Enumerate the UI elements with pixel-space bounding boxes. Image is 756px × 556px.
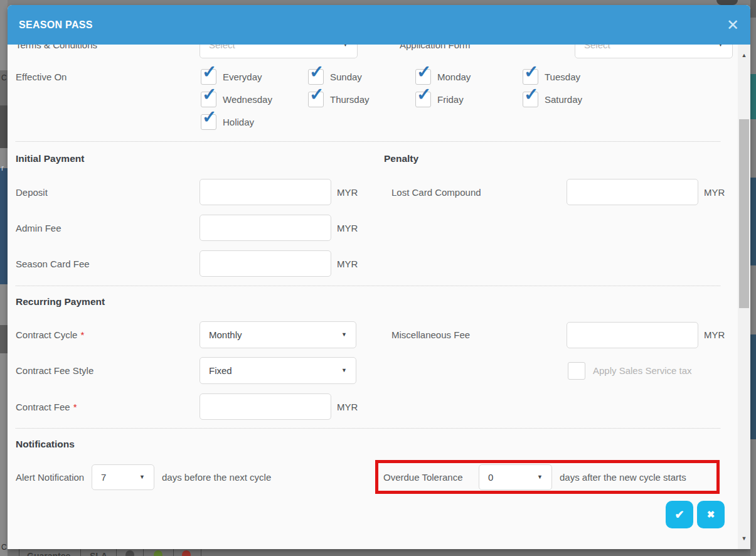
penalty-heading: Penalty: [384, 153, 418, 164]
background-block: [750, 0, 756, 18]
scrollbar[interactable]: ▲ ▼: [738, 45, 750, 549]
contract-fee-style-label: Contract Fee Style: [8, 365, 200, 376]
background-block: [750, 178, 756, 265]
day-label: Everyday: [223, 72, 262, 82]
contract-cycle-label: Contract Cycle*: [8, 329, 200, 340]
check-icon: ✓: [417, 86, 431, 104]
caret-down-icon: ▼: [341, 332, 347, 338]
season-card-fee-label: Season Card Fee: [8, 259, 200, 269]
admin-fee-input[interactable]: [200, 215, 331, 241]
select-value: 7: [101, 472, 106, 483]
cancel-button[interactable]: ✖: [697, 501, 725, 528]
required-asterisk: *: [80, 329, 84, 340]
section-divider: [16, 428, 720, 429]
background-status-icon: [182, 550, 191, 556]
recurring-payment-heading: Recurring Payment: [8, 296, 105, 307]
contract-fee-style-select[interactable]: Fixed ▼: [200, 357, 356, 384]
alert-notification-select[interactable]: 7 ▼: [92, 464, 154, 490]
table-separator: [173, 549, 174, 556]
table-separator: [80, 549, 81, 556]
contract-cycle-select[interactable]: Monthly ▼: [200, 321, 356, 348]
background-block: [0, 168, 8, 284]
season-card-fee-input[interactable]: [200, 250, 331, 277]
day-option-sunday: ✓ Sunday: [308, 69, 415, 85]
miscellaneous-fee-label: Miscellaneous Fee: [384, 329, 567, 340]
terms-conditions-select[interactable]: Select ▼: [200, 45, 358, 58]
apply-sales-service-tax-checkbox[interactable]: ✓: [568, 362, 585, 380]
day-checkbox-holiday[interactable]: ✓: [201, 114, 216, 130]
day-checkbox-tuesday[interactable]: ✓: [523, 69, 538, 85]
day-checkbox-wednesday[interactable]: ✓: [201, 92, 216, 107]
notifications-heading: Notifications: [8, 439, 75, 450]
scrollbar-thumb[interactable]: [739, 119, 749, 308]
modal-body: Terms & Conditions Select ▼ Application …: [8, 45, 738, 549]
background-page-top-edge: [0, 0, 756, 5]
check-icon: ✓: [417, 63, 431, 81]
check-icon: ✓: [202, 86, 216, 104]
season-pass-modal: SEASON PASS ✕ Terms & Conditions Select …: [8, 5, 750, 549]
select-value: Fixed: [209, 365, 232, 376]
required-asterisk: *: [73, 402, 77, 412]
day-option-holiday: ✓ Holiday: [201, 114, 308, 130]
confirm-button[interactable]: ✔: [666, 501, 693, 528]
day-option-saturday: ✓ Saturday: [523, 92, 630, 107]
application-form-select[interactable]: Select ▼: [575, 45, 733, 58]
background-status-icon: [154, 550, 162, 556]
caret-down-icon: ▼: [537, 474, 543, 480]
scroll-up-button[interactable]: ▲: [738, 52, 750, 58]
admin-fee-label: Admin Fee: [8, 223, 200, 233]
day-label: Tuesday: [545, 72, 580, 82]
overdue-tolerance-label: Overdue Tolerance: [383, 472, 479, 483]
apply-sales-service-tax-label: Apply Sales Service tax: [593, 365, 692, 376]
select-value: Monthly: [209, 329, 242, 340]
currency-label: MYR: [337, 223, 358, 233]
background-page-right-edge: [750, 0, 756, 556]
day-label: Sunday: [330, 72, 362, 82]
check-icon: ✓: [309, 86, 324, 104]
background-text-fragment: r: [1, 164, 4, 172]
check-icon: ✓: [524, 86, 538, 104]
background-table-row-fragment: Guarantee SLA: [0, 549, 756, 556]
check-icon: ✓: [202, 63, 216, 81]
background-text-fragment: C: [1, 543, 7, 551]
miscellaneous-fee-input[interactable]: [567, 322, 698, 348]
terms-conditions-label: Terms & Conditions: [8, 45, 200, 50]
check-icon: ✓: [524, 63, 538, 81]
day-checkbox-saturday[interactable]: ✓: [523, 92, 538, 107]
initial-payment-heading: Initial Payment: [8, 153, 384, 164]
table-separator: [143, 549, 144, 556]
caret-down-icon: ▼: [343, 45, 348, 48]
modal-title: SEASON PASS: [19, 19, 727, 31]
effective-on-label: Effective On: [8, 72, 201, 82]
day-option-thursday: ✓ Thursday: [308, 92, 415, 107]
scroll-down-button[interactable]: ▼: [738, 535, 750, 542]
background-table-cell: SLA: [90, 549, 107, 556]
modal-header: SEASON PASS ✕: [8, 5, 750, 45]
day-checkbox-sunday[interactable]: ✓: [308, 69, 324, 85]
contract-fee-input[interactable]: [200, 393, 331, 420]
day-checkbox-friday[interactable]: ✓: [415, 92, 431, 107]
background-page-left-edge: C r C: [0, 0, 8, 556]
currency-label: MYR: [337, 187, 358, 198]
overdue-tolerance-select[interactable]: 0 ▼: [479, 464, 552, 490]
table-separator: [19, 549, 19, 556]
background-block: [0, 325, 8, 353]
day-checkbox-thursday[interactable]: ✓: [308, 92, 324, 107]
day-checkbox-everyday[interactable]: ✓: [201, 69, 216, 85]
currency-label: MYR: [337, 259, 358, 269]
check-icon: ✓: [202, 109, 216, 126]
application-form-label: Application Form: [392, 45, 575, 50]
select-value: 0: [488, 472, 493, 483]
currency-label: MYR: [704, 329, 725, 340]
table-separator: [116, 549, 117, 556]
day-label: Wednesday: [223, 94, 272, 105]
lost-card-compound-label: Lost Card Compound: [384, 187, 567, 198]
deposit-input[interactable]: [200, 179, 331, 205]
lost-card-compound-input[interactable]: [567, 179, 698, 205]
day-checkbox-monday[interactable]: ✓: [415, 69, 431, 85]
day-label: Saturday: [545, 94, 582, 105]
background-status-icon: [125, 550, 134, 556]
currency-label: MYR: [337, 402, 358, 412]
close-button[interactable]: ✕: [727, 18, 739, 33]
background-block: [0, 105, 8, 148]
